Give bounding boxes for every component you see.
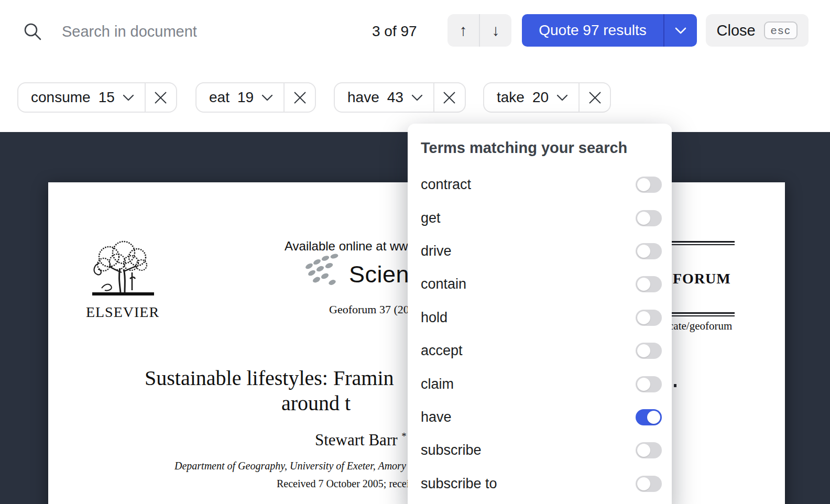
esc-key-badge: esc — [764, 21, 798, 39]
toggle-drive[interactable] — [636, 243, 662, 259]
toggle-knob — [637, 344, 650, 357]
sciencedirect-dots-logo — [302, 254, 350, 285]
available-online-text: Available online at www. — [285, 239, 420, 254]
chip-term: eat — [209, 89, 230, 106]
terms-matching-panel: Terms matching your search contract get … — [408, 124, 672, 504]
search-toolbar: 3 of 97 ↑ ↓ Quote 97 results Close esc c… — [0, 0, 830, 132]
term-row-have: have — [408, 401, 672, 434]
toggle-subscribe[interactable] — [636, 442, 662, 458]
term-label: subscribe to — [421, 476, 497, 492]
term-row-claim: claim — [408, 367, 672, 400]
toggle-hold[interactable] — [636, 310, 662, 326]
toggle-knob — [637, 477, 650, 490]
term-row-accept: accept — [408, 334, 672, 367]
result-nav: ↑ ↓ — [447, 14, 511, 47]
term-row-hold: hold — [408, 301, 672, 334]
term-row-subscribe: subscribe — [408, 434, 672, 467]
filter-chip-have-dropdown[interactable]: have 43 — [335, 83, 433, 112]
journal-url-partial: cate/geoforum — [669, 320, 732, 333]
paper-affiliation-partial: Department of Geography, University of E… — [174, 460, 406, 472]
toggle-claim[interactable] — [636, 376, 662, 392]
toggle-knob — [637, 378, 650, 391]
toggle-accept[interactable] — [636, 343, 662, 359]
toggle-contract[interactable] — [636, 177, 662, 193]
filter-chip-take-dropdown[interactable]: take 20 — [484, 83, 578, 112]
chevron-down-icon — [261, 94, 273, 101]
previous-result-button[interactable]: ↑ — [447, 14, 479, 47]
chip-count: 19 — [237, 89, 254, 106]
chip-count: 20 — [532, 89, 549, 106]
close-icon — [293, 91, 307, 105]
search-input[interactable] — [62, 19, 313, 44]
close-label: Close — [717, 22, 756, 39]
chip-term: have — [347, 89, 379, 106]
paper-author: Stewart Barr * — [315, 431, 407, 450]
chip-count: 43 — [387, 89, 403, 106]
term-row-drive: drive — [408, 235, 672, 268]
quote-options-dropdown-button[interactable] — [664, 14, 697, 47]
quote-results-button: Quote 97 results — [522, 14, 697, 47]
close-icon — [154, 91, 168, 105]
remove-filter-eat-button[interactable] — [285, 83, 315, 112]
author-footnote-mark: * — [401, 431, 407, 442]
toggle-knob — [637, 444, 650, 457]
toggle-subscribe-to[interactable] — [636, 476, 662, 492]
remove-filter-take-button[interactable] — [580, 83, 610, 112]
term-row-get: get — [408, 201, 672, 234]
search-icon — [23, 22, 42, 41]
chevron-down-icon — [556, 94, 568, 101]
terms-panel-title: Terms matching your search — [408, 124, 672, 168]
toggle-knob — [637, 212, 650, 225]
filter-chip-take: take 20 — [483, 82, 611, 113]
chevron-down-icon — [123, 94, 134, 101]
term-label: hold — [421, 310, 447, 326]
toggle-knob — [637, 245, 650, 258]
occluded-text-fragment — [674, 384, 676, 387]
paper-title-line2: around t — [281, 391, 351, 415]
filter-chip-eat-dropdown[interactable]: eat 19 — [196, 83, 283, 112]
term-label: subscribe — [421, 442, 482, 458]
toggle-knob — [637, 311, 650, 324]
filter-chip-consume-dropdown[interactable]: consume 15 — [18, 83, 145, 112]
filter-chip-row: consume 15 eat 19 — [0, 82, 830, 113]
filter-chip-have: have 43 — [334, 82, 466, 113]
term-label: get — [421, 210, 441, 226]
term-row-contain: contain — [408, 268, 672, 301]
remove-filter-have-button[interactable] — [434, 83, 465, 112]
close-button[interactable]: Close esc — [706, 14, 809, 47]
toggle-get[interactable] — [636, 210, 662, 226]
term-label: claim — [421, 376, 454, 392]
next-result-button[interactable]: ↓ — [480, 14, 511, 47]
toggle-knob — [647, 411, 660, 424]
journal-citation-partial: Geoforum 37 (200 — [329, 303, 415, 316]
term-label: accept — [421, 343, 463, 359]
term-label: contract — [421, 177, 471, 193]
paper-received-line-partial: Received 7 October 2005; receiv — [277, 478, 414, 490]
quote-results-main-button[interactable]: Quote 97 results — [522, 14, 663, 47]
filter-chip-eat: eat 19 — [195, 82, 316, 113]
author-name: Stewart Barr — [315, 431, 398, 449]
chevron-down-icon — [411, 94, 423, 101]
elsevier-tree-logo — [87, 240, 158, 301]
result-counter: 3 of 97 — [372, 23, 422, 40]
chevron-down-icon — [674, 27, 687, 35]
toggle-knob — [637, 278, 650, 291]
chip-term: take — [497, 89, 525, 106]
term-row-subscribe-to: subscribe to — [408, 467, 672, 500]
toggle-have[interactable] — [636, 409, 662, 425]
toggle-contain[interactable] — [636, 276, 662, 292]
elsevier-wordmark: ELSEVIER — [85, 304, 160, 321]
chip-count: 15 — [99, 89, 115, 106]
paper-title-line1: Sustainable lifestyles: Framin — [145, 366, 394, 390]
close-icon — [442, 91, 456, 105]
term-row-contract: contract — [408, 168, 672, 201]
remove-filter-consume-button[interactable] — [146, 83, 176, 112]
term-label: contain — [421, 276, 466, 292]
filter-chip-consume: consume 15 — [17, 82, 177, 113]
term-label: drive — [421, 243, 452, 259]
chip-term: consume — [31, 89, 91, 106]
term-label: have — [421, 409, 452, 425]
toggle-knob — [637, 178, 650, 191]
close-icon — [588, 91, 602, 105]
geoforum-masthead-partial: FORUM — [673, 270, 731, 287]
